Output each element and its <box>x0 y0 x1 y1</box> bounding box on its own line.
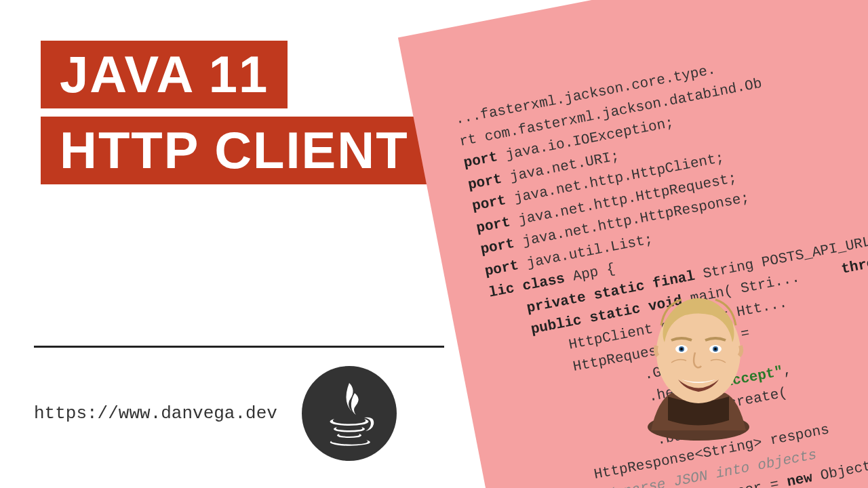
title-line-1: JAVA 11 <box>41 41 288 108</box>
avatar <box>631 285 766 441</box>
svg-point-7 <box>714 348 717 350</box>
title-line-2: HTTP CLIENT <box>41 117 428 184</box>
footer: https://www.danvega.dev <box>34 366 397 461</box>
java-logo-icon <box>302 366 397 461</box>
footer-url: https://www.danvega.dev <box>34 403 277 424</box>
title-block: JAVA 11 HTTP CLIENT <box>41 41 428 192</box>
svg-point-4 <box>680 348 683 350</box>
